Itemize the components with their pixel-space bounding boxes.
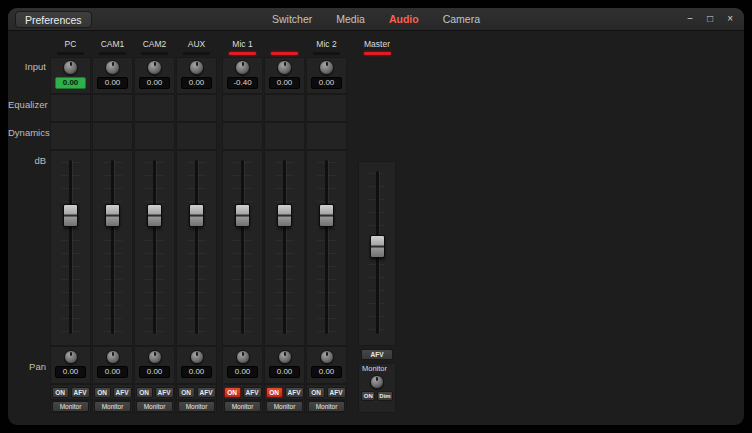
channel-name: PC [50,38,91,50]
channel-live-meter [222,50,263,57]
monitor-row: Monitor [264,400,305,413]
pan-knob[interactable] [148,350,162,364]
fader-section [306,150,347,346]
monitor-button[interactable]: Monitor [266,401,303,412]
gain-knob[interactable] [63,60,78,75]
channel-live-meter [176,50,217,57]
pan-knob[interactable] [320,350,334,364]
onair-buttons: ON AFV [264,384,305,400]
fader-handle[interactable] [277,204,292,227]
channel-strip-mic2: Mic 2 0.00 0.00 [306,38,347,413]
on-button[interactable]: ON [308,387,325,398]
fader-handle[interactable] [147,204,162,227]
fader-handle[interactable] [235,204,250,227]
master-fader-handle[interactable] [370,235,385,258]
channel-strip-cam2: CAM2 0.00 0.00 [134,38,175,413]
pan-value[interactable]: 0.00 [227,366,258,378]
fader-handle[interactable] [189,204,204,227]
pan-section: 0.00 [176,346,217,384]
monitor-button[interactable]: Monitor [94,401,131,412]
monitor-button[interactable]: Monitor [178,401,215,412]
gain-value[interactable]: 0.00 [311,77,342,89]
dynamics-panel [134,122,175,150]
monitor-on-button[interactable]: ON [361,391,375,401]
gain-knob[interactable] [235,60,250,75]
fader-section [222,150,263,346]
afv-button[interactable]: AFV [243,387,262,398]
fader-handle[interactable] [105,204,120,227]
gain-knob[interactable] [105,60,120,75]
pan-knob[interactable] [190,350,204,364]
pan-value[interactable]: 0.00 [181,366,212,378]
gain-knob[interactable] [189,60,204,75]
fader-handle[interactable] [63,204,78,227]
tab-camera[interactable]: Camera [443,13,480,25]
master-afv-row: AFV [358,346,396,363]
gain-value[interactable]: 0.00 [139,77,170,89]
afv-button[interactable]: AFV [285,387,304,398]
onair-buttons: ON AFV [306,384,347,400]
pan-section: 0.00 [222,346,263,384]
close-icon[interactable]: × [727,14,733,24]
fader-handle[interactable] [319,204,334,227]
on-button[interactable]: ON [266,387,283,398]
gain-knob[interactable] [277,60,292,75]
fader-track [111,160,114,334]
equalizer-panel [134,94,175,122]
input-section: 0.00 [306,57,347,94]
maximize-icon[interactable]: □ [707,14,713,24]
channel-strip-unnamed: 0.00 0.00 ON AFV [264,38,305,413]
on-button[interactable]: ON [136,387,153,398]
desktop: Preferences Switcher Media Audio Camera … [0,0,752,433]
afv-button[interactable]: AFV [197,387,216,398]
fader-section [264,150,305,346]
input-section: 0.00 [176,57,217,94]
afv-button[interactable]: AFV [71,387,90,398]
gain-value[interactable]: 0.00 [55,77,86,89]
monitor-dim-button[interactable]: Dim [377,391,392,401]
monitor-button[interactable]: Monitor [52,401,89,412]
fader-section [134,150,175,346]
onair-buttons: ON AFV [134,384,175,400]
pan-knob[interactable] [64,350,78,364]
pan-value[interactable]: 0.00 [55,366,86,378]
gain-value[interactable]: -0.40 [227,77,258,89]
afv-button[interactable]: AFV [113,387,132,398]
monitor-button[interactable]: Monitor [136,401,173,412]
channel-name [264,38,305,50]
afv-button[interactable]: AFV [155,387,174,398]
gain-value[interactable]: 0.00 [97,77,128,89]
tab-media[interactable]: Media [336,13,365,25]
pan-value[interactable]: 0.00 [269,366,300,378]
monitor-row: Monitor [222,400,263,413]
monitor-button[interactable]: Monitor [224,401,261,412]
gain-value[interactable]: 0.00 [269,77,300,89]
on-button[interactable]: ON [52,387,69,398]
pan-value[interactable]: 0.00 [311,366,342,378]
pan-knob[interactable] [106,350,120,364]
gain-knob[interactable] [147,60,162,75]
pan-value[interactable]: 0.00 [139,366,170,378]
master-afv-button[interactable]: AFV [361,349,393,360]
monitor-button[interactable]: Monitor [308,401,345,412]
input-channel-group: PC 0.00 0.00 [50,38,217,413]
equalizer-panel [50,94,91,122]
gain-value[interactable]: 0.00 [181,77,212,89]
tab-switcher[interactable]: Switcher [272,13,312,25]
pan-knob[interactable] [278,350,292,364]
pan-value[interactable]: 0.00 [97,366,128,378]
afv-button[interactable]: AFV [327,387,346,398]
minimize-icon[interactable]: − [687,14,693,24]
preferences-button[interactable]: Preferences [15,11,92,28]
gain-knob[interactable] [319,60,334,75]
channel-live-meter [306,50,347,57]
monitor-label: Monitor [358,364,396,374]
pan-section: 0.00 [92,346,133,384]
row-label-equalizer: Equalizer [8,99,46,110]
pan-knob[interactable] [236,350,250,364]
monitor-volume-knob[interactable] [370,375,384,389]
on-button[interactable]: ON [178,387,195,398]
tab-audio[interactable]: Audio [389,13,419,25]
on-button[interactable]: ON [94,387,111,398]
on-button[interactable]: ON [224,387,241,398]
